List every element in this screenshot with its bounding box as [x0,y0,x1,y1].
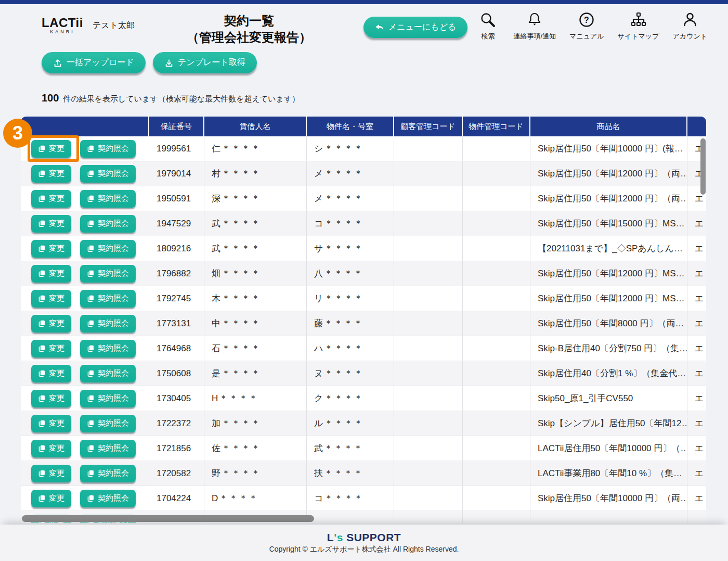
logo-sub-text: KANRI [42,30,83,34]
contract-inquiry-button[interactable]: 契約照会 [80,315,136,333]
help-icon: ? [578,11,595,30]
company-cell: エ＊＊＊＊ [687,461,706,486]
bulk-upload-button[interactable]: 一括アップロード [42,52,146,73]
property-name-cell: ヌ＊＊＊＊ [307,361,394,386]
property-code-cell [463,136,530,161]
product-name-cell: Skip居住用50〔年間10000 円〕(報… [530,136,687,161]
table-row: 変更契約照会1979014村＊＊＊＊メ＊＊＊＊Skip居住用50〔年間12000… [21,161,706,186]
property-name-cell: シ＊＊＊＊ [307,136,394,161]
table-row: 変更契約照会1721856佐＊＊＊＊武＊＊＊＊LACTii居住用50〔年間100… [21,436,706,461]
row-actions-cell: 変更契約照会 [21,336,149,361]
svg-text:?: ? [584,16,589,24]
change-button[interactable]: 変更 [31,290,71,308]
search-label: 検索 [481,32,495,41]
table-header-row: 保証番号賃借人名物件名・号室顧客管理コード物件管理コード商品名 [21,117,706,136]
contract-inquiry-button[interactable]: 契約照会 [80,490,136,507]
table-row: 変更契約照会1704224D＊＊＊＊コ＊＊＊＊Skip居住用50〔年間10000… [21,486,706,511]
table-row: 変更契約照会1750608是＊＊＊＊ヌ＊＊＊＊Skip居住用40〔分割1 %〕（… [21,361,706,386]
tenant-name-cell: 是＊＊＊＊ [204,361,307,386]
product-name-cell: Skip【シンプル】居住用50〔年間12… [530,411,687,436]
back-to-menu-button[interactable]: メニューにもどる [363,17,468,38]
change-button[interactable]: 変更 [31,240,71,258]
company-cell: エ＊＊＊＊ [687,336,706,361]
change-button[interactable]: 変更 [31,340,71,358]
change-button[interactable]: 変更 [31,265,71,283]
manual-nav-item[interactable]: ? マニュアル [569,11,604,41]
contract-inquiry-button[interactable]: 契約照会 [80,140,136,158]
contract-inquiry-button[interactable]: 契約照会 [80,290,136,308]
guarantee-number-cell: 1720582 [149,461,204,486]
property-code-cell [463,461,530,486]
contract-inquiry-button[interactable]: 契約照会 [80,340,136,358]
footer: L's SUPPORT Copyright © エルズサポート株式会社 All … [0,525,728,561]
change-button[interactable]: 変更 [31,365,71,382]
product-name-cell: 【20211031まで】_◇SPあんしん… [530,236,687,261]
guarantee-number-cell: 1979014 [149,161,204,186]
company-cell: エ＊＊＊＊ [687,386,706,411]
contract-inquiry-button[interactable]: 契約照会 [80,265,136,283]
property-name-cell: 扶＊＊＊＊ [307,461,394,486]
contract-inquiry-button[interactable]: 契約照会 [80,165,136,183]
notifications-nav-item[interactable]: 連絡事項/通知 [513,11,556,41]
change-button[interactable]: 変更 [31,190,71,208]
sitemap-nav-item[interactable]: サイトマップ [618,11,659,41]
tenant-name-cell: 佐＊＊＊＊ [204,436,307,461]
product-name-cell: Skip居住用50〔年間12000 円〕（両… [530,186,687,211]
back-to-menu-label: メニューにもどる [388,22,457,33]
property-name-cell: 八＊＊＊＊ [307,261,394,286]
search-nav-item[interactable]: 検索 [476,11,500,41]
row-actions-cell: 変更契約照会 [21,286,149,311]
column-header: 商品名 [530,117,687,136]
bell-icon [526,11,543,30]
guarantee-number-cell: 1773131 [149,311,204,336]
guarantee-number-cell: 1764968 [149,336,204,361]
change-button[interactable]: 変更 [31,165,71,183]
logged-in-user: テスト太郎 [93,20,135,31]
guarantee-number-cell: 1750608 [149,361,204,386]
contract-inquiry-button[interactable]: 契約照会 [80,390,136,407]
customer-code-cell [394,436,463,461]
change-button[interactable]: 変更 [31,415,71,432]
property-code-cell [463,436,530,461]
tenant-name-cell: 野＊＊＊＊ [204,461,307,486]
product-name-cell: Skip居住用50〔年間10000 円〕（両… [530,486,687,511]
company-cell: エ＊＊＊＊ [687,311,706,336]
contract-inquiry-button[interactable]: 契約照会 [80,440,136,457]
change-button[interactable]: 変更 [31,490,71,507]
property-code-cell [463,361,530,386]
customer-code-cell [394,361,463,386]
column-header: 賃借人名 [204,117,307,136]
table-row: 変更契約照会1796882畑＊＊＊＊八＊＊＊＊Skip居住用50〔年間12000… [21,261,706,286]
account-nav-item[interactable]: アカウント [672,11,707,41]
get-template-button[interactable]: テンプレート取得 [153,52,257,73]
customer-code-cell [394,211,463,236]
table-row: 変更契約照会1773131中＊＊＊＊藤＊＊＊＊Skip居住用50〔年間8000 … [21,311,706,336]
change-button[interactable]: 変更 [31,465,71,482]
result-text: 件の結果を表示しています（検索可能な最大件数を超えています） [63,94,300,104]
page-title-line2: （管理会社変更報告） [135,29,363,46]
horizontal-scrollbar[interactable] [22,515,314,522]
contract-table: 保証番号賃借人名物件名・号室顧客管理コード物件管理コード商品名 変更契約照会19… [21,117,706,522]
change-button[interactable]: 変更 [31,315,71,333]
change-button[interactable]: 変更 [31,390,71,407]
property-code-cell [463,236,530,261]
sitemap-label: サイトマップ [618,32,659,41]
page-title-line1: 契約一覧 [135,12,363,29]
contract-inquiry-button[interactable]: 契約照会 [80,190,136,208]
contract-inquiry-button[interactable]: 契約照会 [80,240,136,258]
change-button[interactable]: 変更 [31,440,71,457]
company-cell: エ＊＊＊＊ [687,436,706,461]
ls-support-logo: L's SUPPORT [327,531,401,544]
contract-inquiry-button[interactable]: 契約照会 [80,415,136,432]
contract-inquiry-button[interactable]: 契約照会 [80,215,136,233]
lactii-logo: LACTii KANRI [42,17,83,34]
customer-code-cell [394,386,463,411]
change-button[interactable]: 変更 [31,140,71,158]
contract-inquiry-button[interactable]: 契約照会 [80,365,136,382]
vertical-scrollbar[interactable] [700,138,706,195]
change-button[interactable]: 変更 [31,215,71,233]
icon-nav: 検索 連絡事項/通知 ? マニュアル [476,11,707,41]
contract-inquiry-button[interactable]: 契約照会 [80,465,136,482]
get-template-label: テンプレート取得 [178,57,245,68]
logo-l: L [327,531,334,543]
